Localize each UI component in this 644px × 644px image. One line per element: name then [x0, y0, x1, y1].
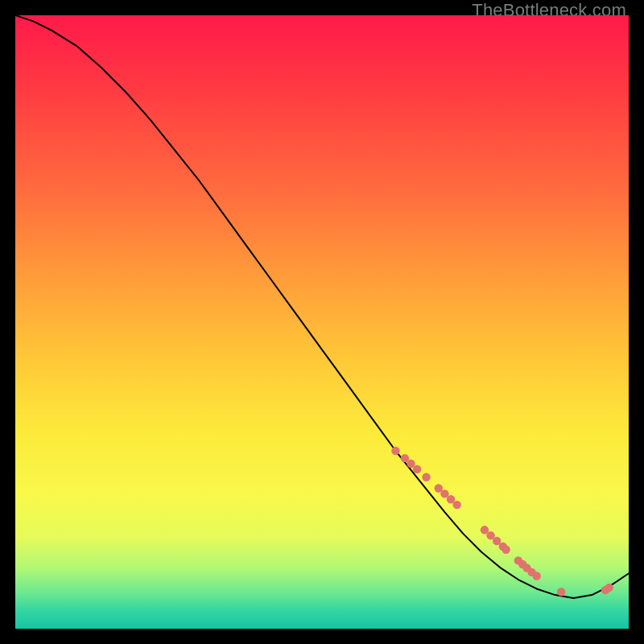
marker-point — [533, 572, 541, 580]
chart-overlay-svg — [15, 15, 629, 629]
marker-point — [557, 588, 565, 596]
marker-point — [391, 447, 399, 455]
marker-point — [502, 546, 510, 554]
plot-area — [15, 15, 629, 629]
marker-point — [413, 465, 421, 473]
marker-point — [605, 584, 613, 592]
chart-stage: TheBottleneck.com — [0, 0, 644, 644]
marker-point — [452, 501, 460, 509]
marker-group — [391, 447, 613, 597]
curve-line — [15, 15, 629, 598]
marker-point — [422, 473, 430, 481]
